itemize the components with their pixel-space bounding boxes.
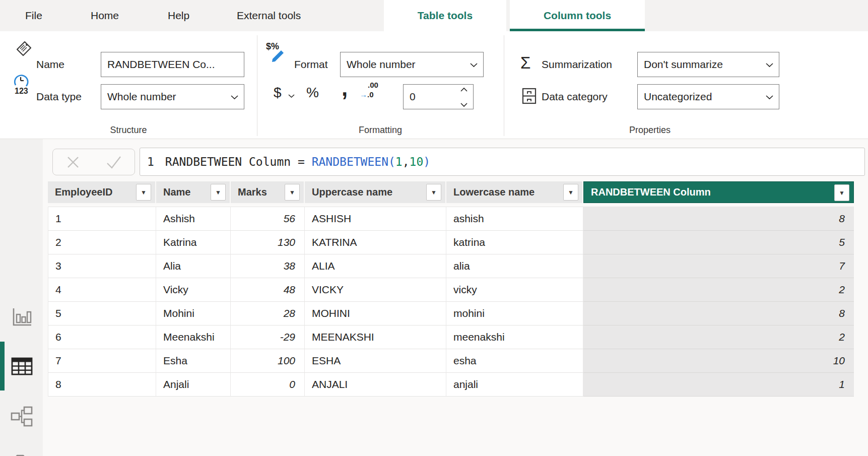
table-row: 2Katrina130KATRINAkatrina5 bbox=[48, 231, 854, 254]
cell-marks[interactable]: 56 bbox=[231, 207, 305, 231]
cell-employeeid[interactable]: 7 bbox=[48, 349, 156, 373]
filter-dropdown-icon[interactable]: ▼ bbox=[285, 184, 300, 201]
cell-uppercase-name[interactable]: ASHISH bbox=[305, 207, 446, 231]
cell-uppercase-name[interactable]: ESHA bbox=[305, 349, 446, 373]
cell-randbetween-column[interactable]: 8 bbox=[583, 207, 854, 231]
cell-marks[interactable]: 48 bbox=[231, 278, 305, 302]
tab-column-tools[interactable]: Column tools bbox=[510, 0, 645, 31]
cell-lowercase-name[interactable]: meenakshi bbox=[446, 325, 583, 349]
filter-dropdown-icon[interactable]: ▼ bbox=[136, 184, 151, 201]
data-category-dropdown[interactable]: Uncategorized bbox=[637, 84, 779, 109]
percent-format-button[interactable]: % bbox=[306, 85, 319, 101]
filter-dropdown-icon[interactable]: ▼ bbox=[563, 184, 578, 201]
data-category-icon bbox=[521, 88, 538, 105]
cell-randbetween-column[interactable]: 8 bbox=[583, 302, 854, 325]
filter-dropdown-icon[interactable]: ▼ bbox=[426, 184, 441, 201]
cell-lowercase-name[interactable]: vicky bbox=[446, 278, 583, 302]
tab-table-tools[interactable]: Table tools bbox=[384, 0, 506, 31]
tab-home[interactable]: Home bbox=[91, 0, 119, 31]
currency-format-button[interactable]: $ bbox=[274, 85, 282, 101]
cell-randbetween-column[interactable]: 2 bbox=[583, 278, 854, 302]
tab-help[interactable]: Help bbox=[168, 0, 189, 31]
cell-name[interactable]: Mohini bbox=[156, 302, 231, 325]
column-header-uppercase-name[interactable]: Uppercase name▼ bbox=[305, 181, 446, 203]
cell-uppercase-name[interactable]: ANJALI bbox=[305, 373, 446, 397]
column-header-employeeid[interactable]: EmployeeID▼ bbox=[48, 181, 156, 203]
cell-lowercase-name[interactable]: anjali bbox=[446, 373, 583, 397]
column-header-lowercase-name[interactable]: Lowercase name▼ bbox=[446, 181, 583, 203]
column-header-name[interactable]: Name▼ bbox=[156, 181, 231, 203]
data-type-dropdown[interactable]: Whole number bbox=[101, 84, 244, 109]
cell-uppercase-name[interactable]: VICKY bbox=[305, 278, 446, 302]
commit-formula-icon[interactable] bbox=[105, 155, 122, 170]
column-name-input[interactable] bbox=[101, 52, 244, 77]
tab-file[interactable]: File bbox=[25, 0, 42, 31]
cell-uppercase-name[interactable]: KATRINA bbox=[305, 231, 446, 254]
formula-bar-input[interactable]: 1 RANDBETWEEN Column = RANDBETWEEN(1,10) bbox=[140, 148, 865, 176]
data-type-label: Data type bbox=[36, 84, 82, 109]
format-dropdown[interactable]: Whole number bbox=[340, 52, 484, 77]
cell-employeeid[interactable]: 5 bbox=[48, 302, 156, 325]
cell-marks[interactable]: 0 bbox=[231, 373, 305, 397]
cell-marks[interactable]: 28 bbox=[231, 302, 305, 325]
filter-dropdown-icon[interactable]: ▼ bbox=[211, 184, 226, 201]
cell-lowercase-name[interactable]: esha bbox=[446, 349, 583, 373]
column-header-label: Name bbox=[156, 186, 190, 198]
cell-name[interactable]: Vicky bbox=[156, 278, 231, 302]
data-category-value: Uncategorized bbox=[644, 91, 712, 103]
summarization-value: Don't summarize bbox=[644, 58, 723, 71]
cell-uppercase-name[interactable]: MOHINI bbox=[305, 302, 446, 325]
cell-marks[interactable]: 100 bbox=[231, 349, 305, 373]
cell-randbetween-column[interactable]: 1 bbox=[583, 373, 854, 397]
spinner-down-icon[interactable] bbox=[460, 103, 468, 107]
cell-employeeid[interactable]: 4 bbox=[48, 278, 156, 302]
sidebar-item-model-view[interactable] bbox=[0, 402, 43, 431]
cell-employeeid[interactable]: 6 bbox=[48, 325, 156, 349]
column-header-randbetween-column[interactable]: RANDBETWEEN Column▼ bbox=[583, 181, 854, 203]
cell-marks[interactable]: 130 bbox=[231, 231, 305, 254]
cell-employeeid[interactable]: 3 bbox=[48, 254, 156, 278]
cell-uppercase-name[interactable]: MEENAKSHI bbox=[305, 325, 446, 349]
cell-randbetween-column[interactable]: 7 bbox=[583, 254, 854, 278]
cell-employeeid[interactable]: 8 bbox=[48, 373, 156, 397]
tab-external-tools[interactable]: External tools bbox=[237, 0, 301, 31]
formula-token: ) bbox=[423, 155, 430, 168]
name-tag-icon bbox=[14, 39, 33, 58]
sidebar-item-report-view[interactable] bbox=[0, 302, 43, 332]
decimal-places-spinner[interactable]: 0 bbox=[403, 84, 474, 109]
decimal-places-icon[interactable]: .00 →.0 bbox=[360, 81, 390, 103]
cell-name[interactable]: Alia bbox=[156, 254, 231, 278]
thousands-separator-button[interactable]: , bbox=[342, 76, 348, 101]
sidebar-item-data-view[interactable] bbox=[0, 352, 43, 381]
cell-randbetween-column[interactable]: 5 bbox=[583, 231, 854, 254]
view-switcher-sidebar: DAX bbox=[0, 139, 43, 456]
cancel-formula-icon[interactable] bbox=[65, 155, 81, 170]
cell-lowercase-name[interactable]: mohini bbox=[446, 302, 583, 325]
cell-randbetween-column[interactable]: 2 bbox=[583, 325, 854, 349]
spinner-up-icon[interactable] bbox=[460, 87, 468, 92]
cell-employeeid[interactable]: 2 bbox=[48, 231, 156, 254]
summarization-dropdown[interactable]: Don't summarize bbox=[637, 52, 779, 77]
cell-name[interactable]: Meenakshi bbox=[156, 325, 231, 349]
cell-lowercase-name[interactable]: alia bbox=[446, 254, 583, 278]
column-header-label: RANDBETWEEN Column bbox=[584, 186, 711, 198]
cell-uppercase-name[interactable]: ALIA bbox=[305, 254, 446, 278]
formula-commit-group bbox=[52, 149, 135, 175]
column-header-marks[interactable]: Marks▼ bbox=[231, 181, 305, 203]
cell-employeeid[interactable]: 1 bbox=[48, 207, 156, 231]
group-divider bbox=[504, 35, 504, 136]
filter-dropdown-icon[interactable]: ▼ bbox=[834, 184, 849, 201]
cell-randbetween-column[interactable]: 10 bbox=[583, 349, 854, 373]
cell-name[interactable]: Esha bbox=[156, 349, 231, 373]
cell-marks[interactable]: -29 bbox=[231, 325, 305, 349]
sidebar-item-dax-query-view[interactable]: DAX bbox=[0, 450, 43, 456]
formula-token: RANDBETWEEN( bbox=[312, 155, 395, 168]
table-row: 8Anjali0ANJALIanjali1 bbox=[48, 373, 854, 397]
cell-lowercase-name[interactable]: ashish bbox=[446, 207, 583, 231]
cell-name[interactable]: Katrina bbox=[156, 231, 231, 254]
cell-marks[interactable]: 38 bbox=[231, 254, 305, 278]
cell-name[interactable]: Ashish bbox=[156, 207, 231, 231]
cell-name[interactable]: Anjali bbox=[156, 373, 231, 397]
cell-lowercase-name[interactable]: katrina bbox=[446, 231, 583, 254]
currency-chevron-icon[interactable] bbox=[288, 94, 295, 98]
